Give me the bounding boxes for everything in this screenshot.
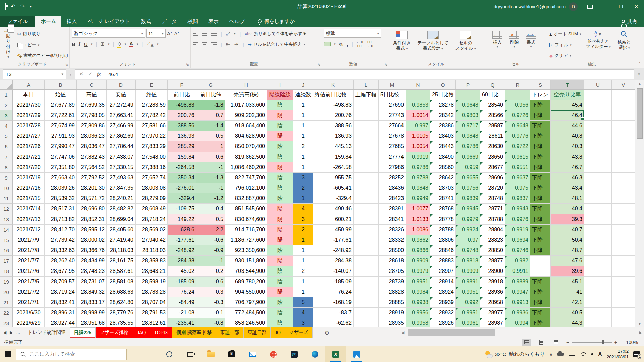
cell[interactable]: 27,911.93	[45, 131, 77, 141]
cell[interactable]: 0.956	[505, 100, 530, 110]
number-dialog-launcher-icon[interactable]: ⇘	[384, 62, 387, 67]
cell[interactable]: 28,358.83	[136, 256, 168, 266]
header-cell-p[interactable]	[456, 90, 480, 100]
cell[interactable]: 28611	[480, 131, 505, 141]
cell[interactable]: 27,940.42	[136, 235, 168, 245]
row-header-12[interactable]: 12	[0, 204, 13, 214]
cell[interactable]: 0.9909	[456, 266, 480, 277]
scroll-down-icon[interactable]: ▼	[635, 320, 644, 327]
cell[interactable]: 28696	[480, 173, 505, 183]
cell[interactable]: 27,847.35	[107, 183, 136, 193]
cell[interactable]: 1	[293, 245, 313, 256]
cell[interactable]: 1	[293, 121, 313, 131]
cell[interactable]: -0.3	[196, 297, 225, 308]
cell[interactable]: 27,990.47	[45, 141, 77, 152]
cell[interactable]: 3	[293, 214, 313, 225]
cell[interactable]: 28,779.76	[107, 308, 136, 318]
cell[interactable]: 0.9936	[505, 308, 530, 318]
header-cell-m[interactable]: 5日比較	[379, 90, 406, 100]
column-header-H[interactable]: H	[225, 80, 267, 89]
cell[interactable]: 28918	[480, 277, 505, 287]
cell[interactable]: 28,036.23	[77, 131, 107, 141]
sheet-tab-マザーズ[interactable]: マザーズ	[285, 327, 313, 338]
cell[interactable]	[584, 183, 612, 193]
cell[interactable]: 27,438.07	[107, 152, 136, 162]
cell[interactable]: -0.6	[196, 235, 225, 245]
cell[interactable]: 1.0077	[406, 204, 430, 214]
cell[interactable]: -248.92	[313, 245, 354, 256]
cell[interactable]: 27,747.06	[45, 152, 77, 162]
cell[interactable]	[354, 162, 379, 173]
cell[interactable]	[354, 256, 379, 266]
cell[interactable]: 0.9949	[406, 193, 430, 204]
tab-ページ レイアウト[interactable]: ページ レイアウト	[82, 16, 136, 27]
cell[interactable]: -235.41	[168, 318, 196, 327]
cell[interactable]: 28,517.31	[45, 204, 77, 214]
cell[interactable]: 27,786.44	[107, 141, 136, 152]
cell[interactable]: -62.62	[313, 318, 354, 327]
horizontal-scroll-thumb[interactable]	[408, 329, 495, 336]
cell[interactable]: 下降	[530, 131, 551, 141]
cell[interactable]: 2021/7/14	[13, 204, 45, 214]
cell[interactable]: 28,279.09	[136, 193, 168, 204]
header-cell-l[interactable]: 上幅下幅	[354, 90, 379, 100]
cell[interactable]: 28618	[379, 256, 406, 266]
cell[interactable]	[354, 297, 379, 308]
cell[interactable]: 40.8	[551, 131, 584, 141]
cell[interactable]: 450.99	[313, 225, 354, 235]
cell[interactable]: 28806	[430, 235, 456, 245]
cell[interactable]: -1.3	[196, 173, 225, 183]
cell[interactable]	[612, 308, 635, 318]
avatar[interactable]: D	[569, 2, 578, 11]
cancel-formula-icon[interactable]: ✕	[79, 71, 84, 77]
cell[interactable]: 445.13	[313, 141, 354, 152]
expand-formula-bar-icon[interactable]: ▾	[634, 72, 644, 76]
cell[interactable]: 陽	[267, 162, 293, 173]
cell[interactable]: 0.975	[505, 183, 530, 193]
cell[interactable]: 下降	[530, 225, 551, 235]
cell[interactable]: 28,262.40	[45, 256, 77, 266]
cell[interactable]: -83.7	[313, 308, 354, 318]
font-name-select[interactable]: 游ゴシック▾	[72, 29, 145, 38]
cell[interactable]: -264.58	[313, 162, 354, 173]
sheet-tab-日経225[interactable]: 日経225	[70, 327, 96, 338]
cell[interactable]	[584, 173, 612, 183]
cell[interactable]	[612, 245, 635, 256]
decrease-font-icon[interactable]: A▼	[174, 31, 180, 36]
cell[interactable]: -168.19	[313, 297, 354, 308]
cell[interactable]: 下降	[530, 277, 551, 287]
cell[interactable]: 0.9694	[505, 235, 530, 245]
cell[interactable]: 28642	[430, 173, 456, 183]
cell[interactable]: 28,699.04	[107, 214, 136, 225]
cell[interactable]: 下降	[530, 100, 551, 110]
cell[interactable]: 28778	[430, 214, 456, 225]
cell[interactable]: 830,674,600	[225, 214, 267, 225]
cell[interactable]: 0.9788	[406, 173, 430, 183]
cell[interactable]: 4	[293, 308, 313, 318]
cell[interactable]: 27,699.35	[77, 100, 107, 110]
cell[interactable]: 0.9958	[406, 318, 430, 327]
cell[interactable]	[612, 287, 635, 297]
row-header-21[interactable]: 21	[0, 297, 13, 308]
column-header-L[interactable]: L	[354, 80, 379, 89]
cell[interactable]: 27,351.80	[45, 162, 77, 173]
cell[interactable]: 28,927.44	[45, 318, 77, 327]
cell[interactable]: 28788	[430, 225, 456, 235]
cell[interactable]	[584, 131, 612, 141]
cell[interactable]: 2021/7/6	[13, 266, 45, 277]
cell[interactable]: 下降	[530, 308, 551, 318]
sheet-tab-TOPIX[interactable]: TOPIX	[150, 327, 172, 338]
cell[interactable]: 200.76	[313, 110, 354, 121]
currency-icon[interactable]	[324, 42, 331, 46]
cell[interactable]	[530, 266, 551, 277]
format-painter-button[interactable]: 書式のコピー/貼り付け	[17, 52, 69, 60]
cell[interactable]	[584, 100, 612, 110]
cell[interactable]	[612, 318, 635, 327]
phonetic-icon[interactable]: ア亜	[146, 41, 154, 48]
cell[interactable]: 2	[293, 141, 313, 152]
cell[interactable]: 689,780,200	[225, 277, 267, 287]
cell[interactable]: 914,716,700	[225, 225, 267, 235]
cell[interactable]: 28768	[430, 204, 456, 214]
cell[interactable]: 2	[293, 266, 313, 277]
row-header-22[interactable]: 22	[0, 308, 13, 318]
